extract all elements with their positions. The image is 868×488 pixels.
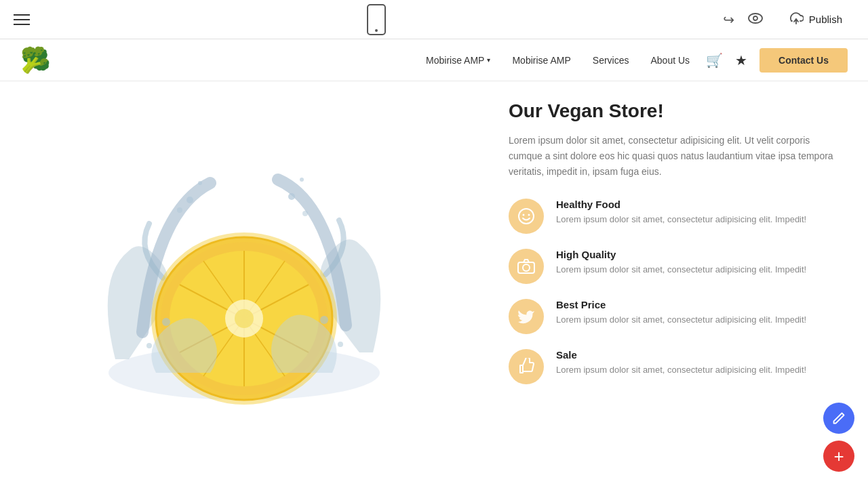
eye-icon[interactable]	[748, 12, 763, 27]
feature-desc-0: Lorem ipsum dolor sit amet, consectetur …	[556, 213, 806, 226]
feature-icon-0	[509, 199, 544, 234]
svg-point-22	[146, 343, 152, 348]
publish-button[interactable]: Publish	[776, 7, 854, 32]
cart-icon[interactable]: 🛒	[706, 52, 723, 68]
feature-title-1: High Quality	[556, 249, 806, 260]
svg-point-28	[523, 264, 530, 271]
store-description: Lorem ipsum dolor sit amet, consectetur …	[509, 133, 844, 180]
star-icon[interactable]: ★	[735, 52, 747, 68]
feature-desc-2: Lorem ipsum dolor sit amet, consectetur …	[556, 313, 806, 327]
feature-icon-3	[509, 349, 544, 384]
contact-us-button[interactable]: Contact Us	[760, 48, 848, 73]
main-content: Our Vegan Store! Lorem ipsum dolor sit a…	[0, 81, 868, 488]
svg-point-5	[177, 207, 182, 213]
svg-point-23	[338, 342, 343, 347]
nav-item-mobirise-amp-2[interactable]: Mobirise AMP	[512, 55, 570, 66]
svg-point-8	[302, 211, 308, 216]
feature-icon-2	[509, 299, 544, 334]
toolbar-center	[367, 4, 386, 35]
feature-text-3: Sale Lorem ipsum dolor sit amet, consect…	[556, 349, 806, 377]
toolbar: ↩ Publish	[0, 0, 868, 39]
svg-point-20	[162, 318, 170, 326]
feature-text-0: Healthy Food Lorem ipsum dolor sit amet,…	[556, 199, 806, 226]
svg-point-26	[528, 214, 530, 216]
svg-point-7	[300, 178, 304, 182]
nav-item-services[interactable]: Services	[593, 55, 629, 66]
feature-item: Best Price Lorem ipsum dolor sit amet, c…	[509, 299, 844, 334]
feature-icon-1	[509, 249, 544, 284]
cloud-upload-icon	[789, 12, 804, 26]
feature-text-2: Best Price Lorem ipsum dolor sit amet, c…	[556, 299, 806, 327]
publish-label: Publish	[809, 14, 842, 25]
svg-point-1	[753, 16, 757, 20]
phone-preview-icon[interactable]	[367, 4, 386, 35]
feature-item: Sale Lorem ipsum dolor sit amet, consect…	[509, 349, 844, 384]
feature-text-1: High Quality Lorem ipsum dolor sit amet,…	[556, 249, 806, 277]
logo: 🥦	[20, 46, 51, 75]
feature-item: Healthy Food Lorem ipsum dolor sit amet,…	[509, 199, 844, 234]
store-title: Our Vegan Store!	[509, 100, 844, 122]
undo-icon[interactable]: ↩	[723, 12, 734, 28]
feature-desc-1: Lorem ipsum dolor sit amet, consectetur …	[556, 263, 806, 277]
feature-item: High Quality Lorem ipsum dolor sit amet,…	[509, 249, 844, 284]
features-list: Healthy Food Lorem ipsum dolor sit amet,…	[509, 199, 844, 384]
svg-point-0	[749, 14, 762, 23]
nav-icons: 🛒 ★	[706, 52, 747, 68]
svg-point-21	[320, 316, 328, 324]
svg-point-4	[198, 181, 202, 185]
content-area: Our Vegan Store! Lorem ipsum dolor sit a…	[488, 81, 868, 488]
toolbar-left	[14, 14, 30, 25]
feature-title-2: Best Price	[556, 299, 806, 310]
hero-image-area	[0, 81, 488, 488]
svg-point-24	[519, 209, 534, 224]
fab-pencil-button[interactable]	[823, 403, 854, 434]
svg-point-3	[186, 197, 193, 203]
nav-item-about-us[interactable]: About Us	[651, 55, 690, 66]
plus-icon: +	[833, 446, 844, 467]
navbar: 🥦 Mobirise AMP Mobirise AMP Services Abo…	[0, 39, 868, 81]
svg-point-17	[235, 309, 254, 328]
toolbar-right: ↩ Publish	[723, 7, 854, 32]
lemon-splash-image	[75, 142, 414, 427]
nav-links: Mobirise AMP Mobirise AMP Services About…	[426, 55, 690, 66]
phone-dot	[375, 29, 378, 32]
feature-title-0: Healthy Food	[556, 199, 806, 210]
fab-add-button[interactable]: +	[823, 441, 854, 472]
hamburger-icon[interactable]	[14, 14, 30, 25]
logo-icon: 🥦	[20, 46, 51, 75]
feature-title-3: Sale	[556, 349, 806, 361]
nav-item-mobirise-amp-1[interactable]: Mobirise AMP	[426, 55, 490, 66]
svg-point-6	[288, 193, 295, 200]
feature-desc-3: Lorem ipsum dolor sit amet, consectetur …	[556, 363, 806, 377]
svg-point-25	[523, 214, 525, 216]
